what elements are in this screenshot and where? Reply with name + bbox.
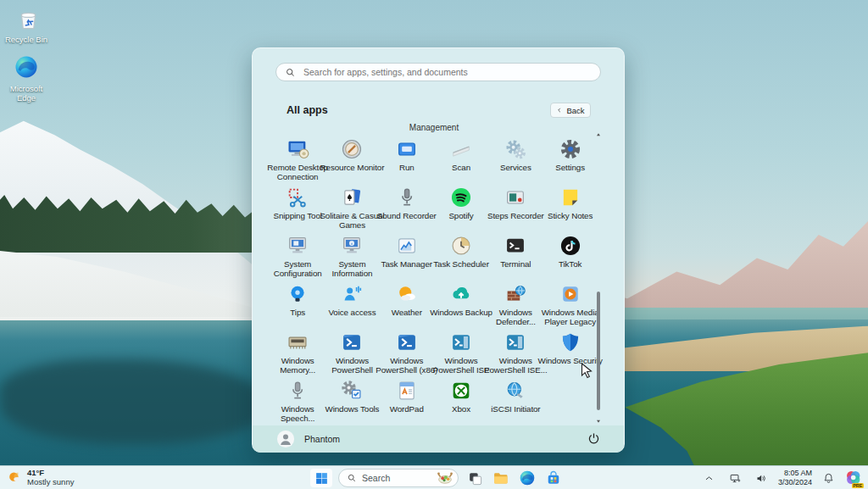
taskbar: 41°F Mostly sunny Search 8:05 AM [0,465,868,489]
scroll-down-icon[interactable] [595,413,602,420]
app-label: Windows Security [537,356,604,365]
file-explorer-button[interactable] [491,468,511,488]
app-tile[interactable]: Windows Backup [434,280,488,328]
edge-button[interactable] [517,468,537,488]
resource-monitor-icon [340,137,364,161]
weather-icon [395,282,419,306]
network-icon[interactable] [726,468,746,488]
app-tile[interactable]: Windows Defender... [488,280,542,328]
scan-icon [449,137,473,161]
user-profile-button[interactable]: Phantom [276,430,340,448]
app-tile[interactable]: Terminal [488,231,542,280]
desktop-icon-label: Microsoft Edge [0,85,53,103]
app-tile[interactable]: Resource Monitor [325,135,379,183]
user-name: Phantom [304,434,340,444]
app-tile[interactable]: Windows Tools [325,376,379,425]
app-tile[interactable]: Windows PowerShell ISE [434,328,488,376]
app-tile[interactable]: Windows Memory... [270,328,325,376]
app-tile[interactable]: Services [488,135,542,183]
task-view-button[interactable] [465,468,485,488]
snipping-tool-icon [286,186,309,209]
app-tile[interactable]: Windows Security [542,328,597,376]
app-tile[interactable]: Remote Desktop Connection [270,135,325,183]
start-menu-search[interactable] [275,63,601,81]
services-icon [504,137,527,161]
app-tile[interactable]: Spotify [434,183,488,231]
scroll-up-icon[interactable] [595,126,602,133]
run-icon [395,137,419,161]
app-tile[interactable]: Xbox [434,376,488,425]
clock-time: 8:05 AM [778,469,812,478]
desktop-icon-label: Recycle Bin [5,36,47,45]
spotify-icon [449,186,473,209]
app-tile[interactable]: iSCSI Initiator [488,376,542,425]
app-tile[interactable]: Voice access [325,280,379,328]
volume-icon[interactable] [752,468,772,488]
app-tile[interactable]: Windows PowerShell [325,328,379,376]
microsoft-store-button[interactable] [543,468,564,488]
solitaire-icon [340,186,364,209]
app-tile[interactable]: Sound Recorder [380,183,434,231]
app-tile[interactable]: Steps Recorder [488,183,542,231]
start-button[interactable] [310,469,332,487]
taskbar-weather-widget[interactable]: 41°F Mostly sunny [7,469,74,487]
app-tile[interactable]: Windows PowerShell ISE... [488,328,542,376]
app-tile[interactable]: TikTok [542,231,597,280]
app-tile[interactable]: Settings [542,135,597,183]
app-label: TikTok [537,259,604,269]
app-tile[interactable]: Solitaire & Casual Games [325,183,379,231]
app-tile[interactable]: WordPad [380,376,434,425]
start-menu-footer: Phantom [253,425,624,453]
xbox-icon [449,379,473,403]
app-tile[interactable]: Tips [270,280,325,328]
desktop-icon-recycle-bin[interactable]: Recycle Bin [0,5,53,45]
remote-desktop-icon [286,137,309,161]
taskbar-search-label: Search [362,473,431,483]
copilot-button[interactable]: PRE [844,469,863,487]
powershell-ise-icon [504,331,527,354]
powershell-icon [395,331,419,354]
power-button[interactable] [587,431,602,447]
app-tile[interactable]: Run [380,135,434,183]
scrollbar-thumb[interactable] [597,292,600,410]
app-tile[interactable]: Windows Speech... [270,376,325,425]
desktop-icon-microsoft-edge[interactable]: Microsoft Edge [0,54,53,103]
avatar [276,430,295,448]
back-button[interactable]: Back [550,103,591,118]
tips-icon [286,282,309,306]
search-input[interactable] [302,66,592,78]
section-header-management: Management [270,123,598,132]
windows-tools-icon [340,379,364,403]
app-tile[interactable]: System Information [325,231,379,280]
app-tile[interactable]: Task Manager [380,231,434,280]
clock[interactable]: 8:05 AM 3/30/2024 [778,469,812,488]
settings-icon [559,137,582,161]
app-list-scrollbar[interactable] [595,126,602,420]
app-tile[interactable]: Snipping Tool [270,183,325,231]
wordpad-icon [395,379,419,403]
edge-icon [14,54,39,83]
powershell-icon [340,331,364,354]
taskbar-search[interactable]: Search [338,469,459,487]
app-tile[interactable]: Windows PowerShell (x86) [380,328,434,376]
tray-overflow-button[interactable] [699,468,720,488]
app-tile[interactable]: Task Scheduler [434,231,488,280]
sound-recorder-icon [395,186,419,209]
app-tile[interactable]: System Configuration [270,231,325,280]
windows-memory-icon [286,331,309,354]
app-tile[interactable]: Windows Media Player Legacy [542,280,597,328]
chevron-left-icon [556,107,563,114]
app-label: Windows Media Player Legacy [537,308,604,326]
app-tile[interactable]: Weather [380,280,434,328]
windows-security-icon [559,331,582,354]
sticky-notes-icon [559,186,582,209]
app-tile[interactable]: Scan [434,135,488,183]
app-tile[interactable]: Sticky Notes [542,183,597,231]
windows-logo-icon [314,471,329,486]
media-player-icon [559,282,582,306]
system-configuration-icon [286,234,309,258]
terminal-icon [504,234,527,258]
notifications-button[interactable] [818,468,838,488]
windows-backup-icon [449,282,473,306]
app-grid: Remote Desktop ConnectionResource Monito… [270,135,598,425]
